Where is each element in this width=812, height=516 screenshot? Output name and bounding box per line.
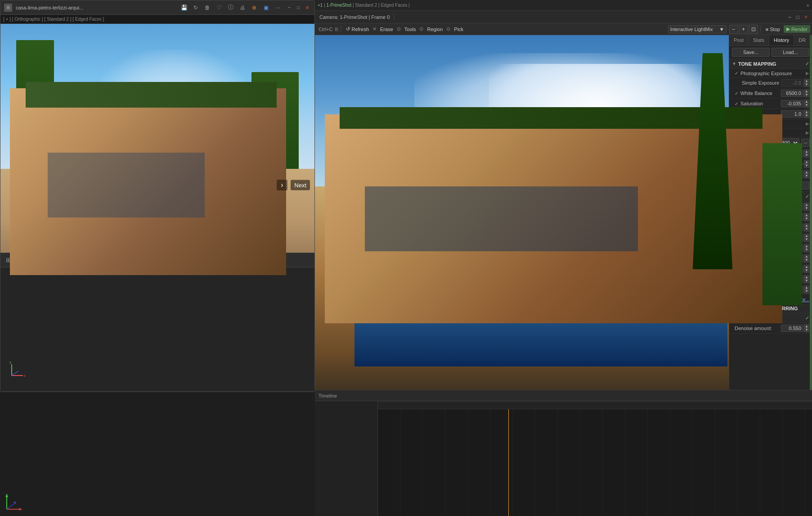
logarithmic-spinner[interactable]: ▲ ▼: [804, 160, 809, 168]
minimize-button[interactable]: −: [286, 4, 293, 11]
render-toolbar: Camera: 1-PrimeShot | Frame 0 − □ ×: [315, 11, 812, 23]
photographic-exposure-check[interactable]: ✓: [735, 71, 738, 76]
streak-blur-down[interactable]: ▼: [804, 290, 809, 294]
size-spinner[interactable]: ▲ ▼: [804, 203, 809, 211]
zoom-plus-icon[interactable]: +: [739, 25, 748, 34]
print-icon[interactable]: 🖨: [238, 3, 247, 12]
render-win-close[interactable]: ×: [803, 14, 809, 20]
color-intensity-down[interactable]: ▼: [804, 248, 809, 252]
lut-edit-button[interactable]: ···: [801, 139, 810, 147]
filter-icon[interactable]: ⊗: [250, 3, 259, 12]
color-shift-down[interactable]: ▼: [804, 258, 809, 263]
render-win-minimize[interactable]: −: [786, 14, 793, 20]
lightmix-dropdown[interactable]: Interactive LightMix ▼: [668, 25, 727, 33]
color-intensity-spinner[interactable]: ▲ ▼: [804, 244, 809, 252]
saturation-down[interactable]: ▼: [804, 104, 809, 108]
more-icon[interactable]: ···: [273, 3, 282, 12]
white-balance-value[interactable]: 6500.0: [781, 90, 803, 97]
display-icon[interactable]: ▣: [261, 3, 270, 12]
streak-blur-spinner[interactable]: ▲ ▼: [804, 285, 809, 294]
erase-icon-2: ⊙: [397, 26, 401, 32]
vignette-spinner[interactable]: ▲ ▼: [804, 170, 809, 178]
timeline-label: Timeline: [319, 393, 337, 398]
erase-button[interactable]: Erase: [377, 26, 396, 33]
denoise-down[interactable]: ▼: [804, 328, 809, 332]
rotation-spinner[interactable]: ▲ ▼: [804, 275, 809, 283]
tools-button[interactable]: Tools: [402, 26, 419, 33]
axis-indicator: x y: [9, 360, 27, 378]
save-button[interactable]: Save...: [732, 48, 770, 57]
delete-icon[interactable]: 🗑: [203, 3, 212, 12]
white-balance-spinner[interactable]: ▲ ▼: [804, 89, 809, 97]
pick-button[interactable]: Pick: [451, 26, 466, 33]
tab-dr[interactable]: DR: [794, 35, 811, 45]
close-button[interactable]: ×: [304, 4, 311, 11]
photographic-exposure-label: ✓ Photographic Exposure: [735, 71, 806, 76]
streak-count-spinner[interactable]: ▲ ▼: [804, 265, 809, 273]
bloom-intensity-down[interactable]: ▼: [804, 217, 809, 221]
tone-mapping-check: ✓: [805, 61, 809, 67]
render-panel: +1 | 1-PrimeShot | Standard 2 | Edged Fa…: [315, 0, 812, 516]
tab-stats[interactable]: Stats: [749, 35, 769, 45]
tone-mapping-title: TONE MAPPING: [738, 61, 803, 67]
simple-exposure-spinner[interactable]: ▲ ▼: [804, 79, 809, 87]
timeline-cursor[interactable]: [508, 409, 509, 516]
tab-post[interactable]: Post: [729, 35, 749, 45]
streak-count-down[interactable]: ▼: [804, 269, 809, 273]
glare-intensity-down[interactable]: ▼: [804, 227, 809, 231]
refresh-button[interactable]: ↺ Refresh: [343, 25, 372, 33]
refresh-icon[interactable]: ↻: [191, 3, 200, 12]
rotation-down[interactable]: ▼: [804, 279, 809, 283]
zoom-fit-icon[interactable]: ⊡: [749, 25, 758, 34]
simple-exposure-value[interactable]: -2.8: [781, 79, 803, 86]
saturation-value[interactable]: -0.035: [781, 100, 803, 107]
navigate-arrow[interactable]: ›: [277, 180, 287, 190]
render-button[interactable]: ▶ Render: [784, 25, 810, 33]
aces-ot-spinner[interactable]: ▲ ▼: [804, 110, 809, 118]
stop-button[interactable]: ■ Stop: [763, 26, 783, 33]
denoise-amount-row: Denoise amount: 0.550 ▲ ▼: [729, 323, 812, 334]
threshold-down[interactable]: ▼: [804, 238, 809, 242]
load-button[interactable]: Load...: [772, 48, 809, 57]
aces-ot-value[interactable]: 1.0: [781, 110, 803, 118]
render-roof: [340, 107, 762, 129]
viewport-label-left: [ + ] [ Orthographic ] [ Standard 2 ] [ …: [3, 17, 104, 22]
opacity-spinner[interactable]: ▲ ▼: [804, 149, 809, 158]
save-image-icon[interactable]: 💾: [179, 3, 188, 12]
svg-line-2: [12, 371, 18, 376]
favorite-icon[interactable]: ♡: [215, 3, 224, 12]
saturation-check[interactable]: ✓: [735, 101, 738, 106]
app-bottom-left: [0, 392, 315, 516]
next-button[interactable]: Next: [291, 180, 310, 190]
denoise-amount-spinner[interactable]: ▲ ▼: [804, 324, 809, 332]
timeline-body: [315, 401, 812, 516]
zoom-minus-icon[interactable]: −: [729, 25, 738, 34]
glare-intensity-spinner[interactable]: ▲ ▼: [804, 223, 809, 231]
tone-mapping-header[interactable]: ▼ TONE MAPPING ✓: [729, 59, 812, 69]
vignette-down[interactable]: ▼: [804, 174, 809, 178]
simple-exposure-down[interactable]: ▼: [804, 83, 809, 87]
size-down[interactable]: ▼: [804, 207, 809, 211]
white-balance-check[interactable]: ✓: [735, 91, 738, 96]
timeline-main[interactable]: [378, 401, 812, 516]
threshold-spinner[interactable]: ▲ ▼: [804, 234, 809, 242]
aces-ot-down[interactable]: ▼: [804, 114, 809, 118]
info-icon[interactable]: ⓘ: [226, 3, 235, 12]
saturation-spinner[interactable]: ▲ ▼: [804, 100, 809, 108]
region-button[interactable]: Region: [424, 26, 445, 33]
logarithmic-down[interactable]: ▼: [804, 164, 809, 168]
maximize-button[interactable]: □: [295, 4, 302, 11]
photographic-exposure-row: ✓ Photographic Exposure ▶: [729, 69, 812, 78]
tab-history[interactable]: History: [769, 35, 794, 45]
render-window-close[interactable]: ×: [807, 3, 809, 8]
denoising-check: ✓: [805, 315, 809, 321]
render-win-maximize[interactable]: □: [794, 14, 801, 20]
refresh-icon: ↺: [346, 26, 350, 32]
opacity-down[interactable]: ▼: [804, 154, 809, 158]
color-shift-spinner[interactable]: ▲ ▼: [804, 254, 809, 263]
denoise-amount-value[interactable]: 0.550: [781, 325, 803, 332]
bloom-intensity-spinner[interactable]: ▲ ▼: [804, 213, 809, 221]
render-viewport-label: +1 | 1-PrimeShot | Standard 2 | Edged Fa…: [318, 3, 410, 8]
white-balance-down[interactable]: ▼: [804, 93, 809, 97]
tab-bar: Post Stats History DR LightMix: [729, 35, 812, 46]
